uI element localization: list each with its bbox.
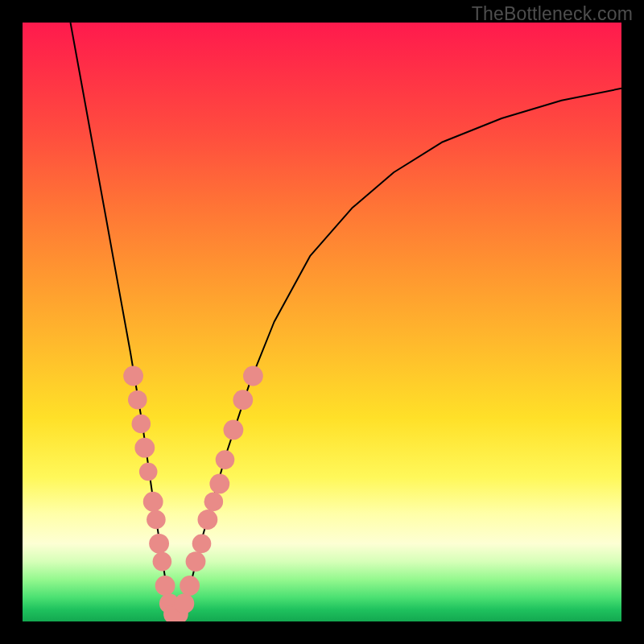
data-marker: [132, 415, 151, 434]
marker-group: [123, 366, 263, 621]
data-marker: [143, 492, 163, 512]
data-marker: [155, 576, 175, 596]
data-marker: [192, 535, 212, 554]
data-marker: [204, 492, 224, 511]
data-marker: [243, 366, 263, 386]
plot-area: [23, 23, 621, 621]
data-marker: [147, 510, 166, 530]
data-marker: [209, 474, 229, 494]
data-marker: [149, 534, 169, 554]
data-marker: [180, 576, 200, 596]
data-marker: [153, 552, 172, 572]
data-marker: [224, 420, 244, 440]
chart-frame: TheBottleneck.com: [0, 0, 644, 644]
data-marker: [216, 450, 235, 469]
data-marker: [128, 390, 147, 410]
data-marker: [139, 463, 158, 481]
watermark-text: TheBottleneck.com: [472, 3, 633, 25]
data-marker: [123, 366, 143, 386]
data-marker: [175, 593, 195, 613]
chart-svg: [23, 23, 621, 621]
data-marker: [186, 551, 206, 572]
data-marker: [198, 510, 218, 530]
data-marker: [134, 438, 155, 458]
data-marker: [233, 390, 253, 410]
